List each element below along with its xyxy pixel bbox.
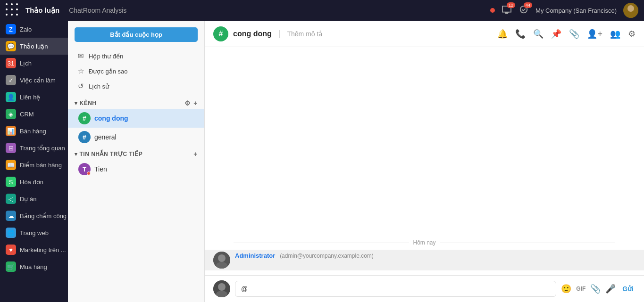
app-subtitle: ChatRoom Analysis bbox=[69, 7, 126, 14]
sidebar-item-zalo[interactable]: ZZalo bbox=[0, 21, 68, 38]
sidebar-label-discuss: Thảo luận bbox=[20, 43, 48, 50]
channel-name-general: general bbox=[94, 133, 117, 141]
channels-section-title: KÊNH bbox=[80, 100, 184, 106]
chat-header-actions: 🔔 📞 🔍 📌 📎 👤+ 👥 ⚙ bbox=[497, 29, 636, 39]
pos-icon: 📖 bbox=[6, 160, 16, 170]
sidebar-item-sales[interactable]: 📊Bán hàng bbox=[0, 122, 68, 139]
sidebar-item-pos[interactable]: 📖Điểm bán hàng bbox=[0, 156, 68, 173]
sidebar-item-discuss[interactable]: 💬Thảo luận bbox=[0, 38, 68, 55]
message-email: (admin@yourcompany.example.com) bbox=[280, 253, 374, 259]
sidebar-item-project[interactable]: ◁Dự án bbox=[0, 190, 68, 207]
sidebar-item-dashboard[interactable]: ⊞Trang tổng quan bbox=[0, 139, 68, 156]
sidebar-label-todo: Việc cần làm bbox=[20, 77, 56, 84]
sales-icon: 📊 bbox=[6, 126, 16, 136]
mic-icon[interactable]: 🎤 bbox=[605, 284, 616, 294]
sidebar-label-contacts: Liên hệ bbox=[20, 94, 40, 101]
sidebar-label-calendar: Lịch bbox=[20, 60, 32, 67]
attendance-icon: ☁ bbox=[6, 211, 16, 221]
purchase-icon: 🛒 bbox=[6, 261, 16, 272]
send-button[interactable]: Gửi bbox=[620, 285, 636, 293]
search-icon[interactable]: 🔍 bbox=[533, 29, 544, 39]
sidebar-item-calendar[interactable]: 31Lịch bbox=[0, 55, 68, 72]
chat-header-name: cong dong bbox=[233, 30, 272, 38]
sidebar-label-pos: Điểm bán hàng bbox=[20, 162, 62, 169]
sidebar-item-crm[interactable]: ◈CRM bbox=[0, 106, 68, 122]
chevron-down-icon: ▾ bbox=[75, 100, 78, 106]
settings-icon[interactable]: ⚙ bbox=[628, 29, 636, 39]
chat-area: # cong dong | Thêm mô tả 🔔 📞 🔍 📌 📎 👤+ 👥 … bbox=[205, 21, 644, 302]
channel-panel-top: Bắt đầu cuộc họp bbox=[68, 21, 204, 47]
bell-icon[interactable]: 🔔 bbox=[497, 29, 508, 39]
add-member-icon[interactable]: 👤+ bbox=[587, 29, 602, 39]
attachment-icon[interactable]: 📎 bbox=[569, 29, 579, 39]
phone-icon[interactable]: 📞 bbox=[515, 29, 526, 39]
sidebar-item-invoice[interactable]: SHóa đơn bbox=[0, 173, 68, 190]
calendar-icon: 31 bbox=[6, 58, 16, 68]
todo-icon: ✓ bbox=[6, 75, 16, 85]
invoice-icon: S bbox=[6, 177, 16, 187]
app-title: Thảo luận bbox=[25, 6, 59, 15]
sidebar-item-purchase[interactable]: 🛒Mua hàng bbox=[0, 258, 68, 275]
apps-grid-button[interactable] bbox=[6, 3, 20, 17]
channel-section-actions: ⚙ + bbox=[184, 99, 198, 107]
dm-section-title: TIN NHẮN TRỰC TIẾP bbox=[80, 151, 194, 157]
chat-header: # cong dong | Thêm mô tả 🔔 📞 🔍 📌 📎 👤+ 👥 … bbox=[205, 21, 644, 47]
chat-header-divider: | bbox=[278, 29, 281, 39]
dm-add-icon[interactable]: + bbox=[193, 150, 198, 158]
pin-icon[interactable]: 📌 bbox=[551, 29, 561, 39]
sidebar-item-contacts[interactable]: 👤Liên hệ bbox=[0, 89, 68, 106]
sidebar-item-marketing[interactable]: ♥Marketing trên ... bbox=[0, 241, 68, 258]
start-meeting-button[interactable]: Bắt đầu cuộc họp bbox=[75, 27, 198, 42]
activity-badge[interactable]: 44 bbox=[519, 5, 529, 16]
sidebar-label-dashboard: Trang tổng quan bbox=[20, 145, 65, 152]
status-dot bbox=[490, 8, 495, 13]
contacts-icon: 👤 bbox=[6, 92, 16, 102]
starred-label: Được gắn sao bbox=[89, 68, 128, 75]
app-sidebar: ZZalo💬Thảo luận31Lịch✓Việc cần làm👤Liên … bbox=[0, 21, 68, 302]
chat-header-description[interactable]: Thêm mô tả bbox=[287, 30, 323, 38]
crm-icon: ◈ bbox=[6, 109, 16, 119]
message-badge[interactable]: 12 bbox=[502, 5, 512, 16]
chat-input-area: 🙂 GIF 📎 🎤 Gửi bbox=[205, 275, 644, 302]
user-avatar-top[interactable] bbox=[623, 3, 638, 18]
paperclip-icon[interactable]: 📎 bbox=[590, 284, 601, 294]
channel-panel: Bắt đầu cuộc họp ✉ Hộp thư đến ☆ Được gắ… bbox=[68, 21, 205, 302]
chat-input[interactable] bbox=[235, 281, 556, 297]
marketing-icon: ♥ bbox=[6, 245, 16, 255]
channel-add-icon[interactable]: + bbox=[193, 99, 198, 107]
dashboard-icon: ⊞ bbox=[6, 143, 16, 153]
dm-item-tien[interactable]: T Tien bbox=[68, 160, 204, 179]
channel-hash-cong-dong: # bbox=[78, 112, 91, 124]
sidebar-item-website[interactable]: 🌐Trang web bbox=[0, 224, 68, 241]
sidebar-label-crm: CRM bbox=[20, 111, 34, 118]
chevron-down-dm-icon: ▾ bbox=[75, 151, 78, 157]
gif-icon[interactable]: GIF bbox=[576, 286, 585, 292]
svg-point-1 bbox=[627, 5, 634, 12]
members-icon[interactable]: 👥 bbox=[610, 29, 620, 39]
sidebar-item-attendance[interactable]: ☁Bảng chấm công bbox=[0, 207, 68, 224]
channel-item-general[interactable]: # general bbox=[68, 128, 204, 147]
svg-point-2 bbox=[626, 12, 636, 18]
svg-point-4 bbox=[218, 254, 226, 262]
dm-status-tien bbox=[87, 171, 91, 175]
sidebar-item-todo[interactable]: ✓Việc cần làm bbox=[0, 72, 68, 89]
sidebar-label-purchase: Mua hàng bbox=[20, 263, 47, 270]
message-content: Administrator (admin@yourcompany.example… bbox=[235, 252, 636, 259]
svg-point-7 bbox=[218, 283, 226, 291]
inbox-label: Hộp thư đến bbox=[89, 53, 123, 60]
emoji-icon[interactable]: 🙂 bbox=[561, 284, 571, 294]
inbox-item[interactable]: ✉ Hộp thư đến bbox=[68, 49, 204, 64]
starred-item[interactable]: ☆ Được gắn sao bbox=[68, 64, 204, 79]
message-row: Administrator (admin@yourcompany.example… bbox=[205, 250, 644, 270]
chat-header-hash-icon: # bbox=[213, 26, 228, 41]
sidebar-label-project: Dự án bbox=[20, 196, 36, 203]
message-badge-count: 12 bbox=[507, 2, 515, 8]
company-name[interactable]: My Company (San Francisco) bbox=[535, 7, 617, 14]
channel-settings-icon[interactable]: ⚙ bbox=[184, 99, 191, 107]
channel-item-cong-dong[interactable]: # cong dong bbox=[68, 109, 204, 128]
dm-name-tien: Tien bbox=[94, 165, 107, 173]
top-nav: Thảo luận ChatRoom Analysis 12 44 My Com… bbox=[0, 0, 644, 21]
dm-section-actions: + bbox=[193, 150, 198, 158]
dm-avatar-tien: T bbox=[78, 163, 91, 175]
history-item[interactable]: ↺ Lịch sử bbox=[68, 79, 204, 94]
